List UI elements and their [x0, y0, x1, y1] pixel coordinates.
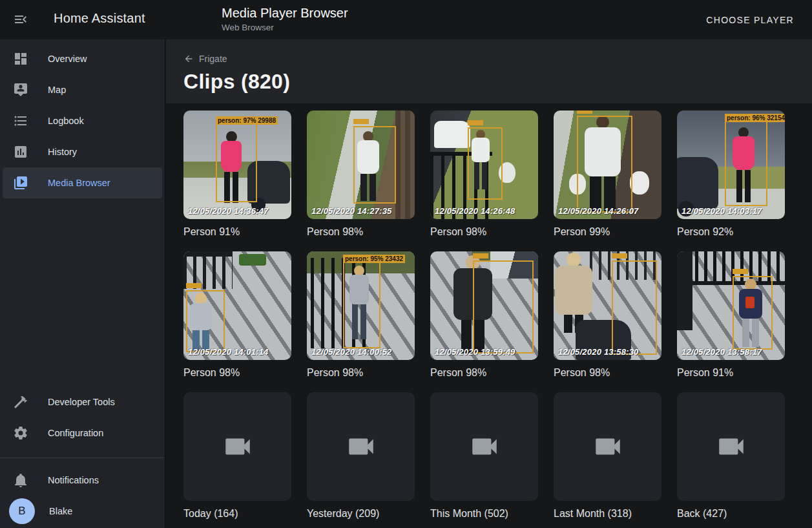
page-title: Media Player Browser [222, 6, 348, 21]
folder-label: Back (427) [677, 508, 785, 520]
folder-card-this-month[interactable]: This Month (502) [430, 392, 538, 520]
timestamp-overlay: 12/05/2020 14:26:48 [435, 206, 515, 216]
detection-bbox [468, 127, 503, 200]
sidebar-item-label: Media Browser [48, 178, 110, 188]
sidebar-item-configuration[interactable]: Configuration [3, 417, 162, 449]
clip-card[interactable]: 12/05/2020 13:58:17 Person 91% [677, 251, 785, 379]
page-subtitle: Web Browser [222, 23, 348, 32]
back-arrow-icon [183, 54, 194, 64]
clip-card[interactable]: 12/05/2020 14:26:07 Person 99% [554, 111, 661, 238]
folder-thumbnail[interactable] [183, 392, 291, 501]
sidebar-item-media-browser[interactable]: Media Browser [3, 167, 162, 198]
detection-chip: person: 97% 29988 [216, 116, 278, 125]
clip-thumbnail[interactable]: 12/05/2020 13:59:49 [430, 251, 538, 360]
clip-label: Person 91% [183, 226, 291, 238]
page-heading: Clips (820) [183, 70, 812, 94]
timestamp-overlay: 12/05/2020 13:58:17 [682, 347, 762, 357]
clip-thumbnail[interactable]: 12/05/2020 13:58:30 [554, 251, 661, 360]
clip-label: Person 98% [307, 367, 415, 379]
gear-icon [13, 425, 28, 441]
user-name: Blake [49, 506, 72, 516]
sidebar-item-notifications[interactable]: Notifications [3, 465, 162, 496]
folder-card-yesterday[interactable]: Yesterday (209) [307, 392, 415, 520]
clip-thumbnail[interactable]: 12/05/2020 14:01:14 [183, 251, 291, 360]
sidebar-item-logbook[interactable]: Logbook [3, 105, 162, 136]
sidebar-item-label: Map [48, 85, 66, 95]
person-head [567, 253, 581, 267]
sidebar-item-overview[interactable]: Overview [3, 43, 162, 74]
clip-label: Person 91% [677, 367, 785, 379]
video-camera-icon [222, 430, 254, 463]
video-camera-icon [715, 430, 747, 463]
sidebar-item-history[interactable]: History [3, 136, 162, 167]
detection-bbox [473, 260, 534, 354]
logbook-icon [13, 113, 28, 129]
breadcrumb[interactable]: Frigate [183, 54, 227, 64]
app-header: Home Assistant Media Player Browser Web … [0, 0, 812, 39]
clips-grid-area: person: 97% 29988 12/05/2020 14:36:47 Pe… [166, 103, 812, 528]
sidebar: Overview Map Logbook History Media Brows… [0, 39, 165, 528]
folder-label: Yesterday (209) [307, 508, 415, 520]
timestamp-overlay: 12/05/2020 14:27:35 [311, 206, 392, 216]
sidebar-item-label: Developer Tools [48, 397, 115, 407]
clip-card[interactable]: 12/05/2020 14:27:35 Person 98% [307, 111, 415, 238]
clip-thumbnail[interactable]: person: 97% 29988 12/05/2020 14:36:47 [183, 111, 291, 219]
detection-chip [577, 111, 592, 114]
clip-thumbnail[interactable]: 12/05/2020 14:26:48 [430, 111, 538, 219]
detection-chip [186, 283, 202, 288]
clip-label: Person 98% [307, 226, 415, 238]
car-shape [434, 121, 470, 148]
clip-card[interactable]: 12/05/2020 14:01:14 Person 98% [183, 251, 291, 379]
video-camera-icon [345, 430, 377, 463]
detection-bbox [577, 116, 632, 213]
clip-card[interactable]: 12/05/2020 13:59:49 Person 98% [430, 251, 538, 379]
detection-chip [353, 119, 369, 124]
porch-shape [395, 111, 415, 219]
clip-card[interactable]: person: 96% 32154 12/05/2020 14:03:17 Pe… [677, 111, 785, 238]
detection-bbox: person: 95% 23432 [343, 262, 380, 348]
clip-card[interactable]: person: 97% 29988 12/05/2020 14:36:47 Pe… [183, 111, 291, 238]
clip-thumbnail[interactable]: 12/05/2020 14:27:35 [307, 111, 415, 219]
clip-card[interactable]: 12/05/2020 14:26:48 Person 98% [430, 111, 538, 238]
clip-card[interactable]: 12/05/2020 13:58:30 Person 98% [554, 251, 661, 379]
sidebar-item-label: History [48, 147, 77, 157]
stroller-shape [677, 157, 718, 209]
folder-thumbnail[interactable] [307, 392, 415, 501]
clip-thumbnail[interactable]: 12/05/2020 14:26:07 [554, 111, 661, 219]
person-torso [555, 266, 592, 315]
sidebar-item-developer-tools[interactable]: Developer Tools [3, 386, 162, 417]
gate-shape [677, 251, 692, 330]
timestamp-overlay: 12/05/2020 13:59:49 [435, 347, 515, 357]
sidebar-item-user[interactable]: B Blake [3, 496, 162, 527]
bell-icon [13, 472, 28, 488]
sidebar-item-map[interactable]: Map [3, 74, 162, 105]
video-camera-icon [592, 430, 624, 463]
dashboard-icon [13, 51, 28, 67]
clip-thumbnail[interactable]: person: 95% 23432 12/05/2020 14:00:52 [307, 251, 415, 360]
folder-thumbnail[interactable] [677, 392, 785, 501]
detection-bbox [353, 126, 396, 204]
detection-bbox [186, 290, 225, 352]
clip-card[interactable]: person: 95% 23432 12/05/2020 14:00:52 Pe… [307, 251, 415, 379]
folder-card-last-month[interactable]: Last Month (318) [554, 392, 661, 520]
folder-thumbnail[interactable] [554, 392, 661, 501]
clip-thumbnail[interactable]: person: 96% 32154 12/05/2020 14:03:17 [677, 111, 785, 219]
folder-thumbnail[interactable] [430, 392, 538, 501]
folder-label: Last Month (318) [554, 508, 661, 520]
folder-card-back[interactable]: Back (427) [677, 392, 785, 520]
clip-label: Person 98% [554, 367, 661, 379]
detection-chip: person: 96% 32154 [725, 114, 785, 122]
choose-player-button[interactable]: CHOOSE PLAYER [701, 0, 799, 39]
clip-thumbnail[interactable]: 12/05/2020 13:58:17 [677, 251, 785, 360]
sidebar-item-label: Notifications [48, 475, 99, 485]
menu-open-icon[interactable] [13, 12, 28, 27]
folder-card-today[interactable]: Today (164) [183, 392, 291, 520]
sidebar-item-label: Overview [48, 54, 87, 64]
trash-bag-shape [630, 171, 649, 195]
detection-bbox: person: 97% 29988 [216, 123, 257, 202]
detection-chip: person: 95% 23432 [343, 255, 405, 263]
clip-label: Person 99% [554, 226, 661, 238]
detection-bbox [733, 276, 773, 350]
media-browser-icon [13, 175, 28, 191]
map-icon [13, 82, 28, 98]
